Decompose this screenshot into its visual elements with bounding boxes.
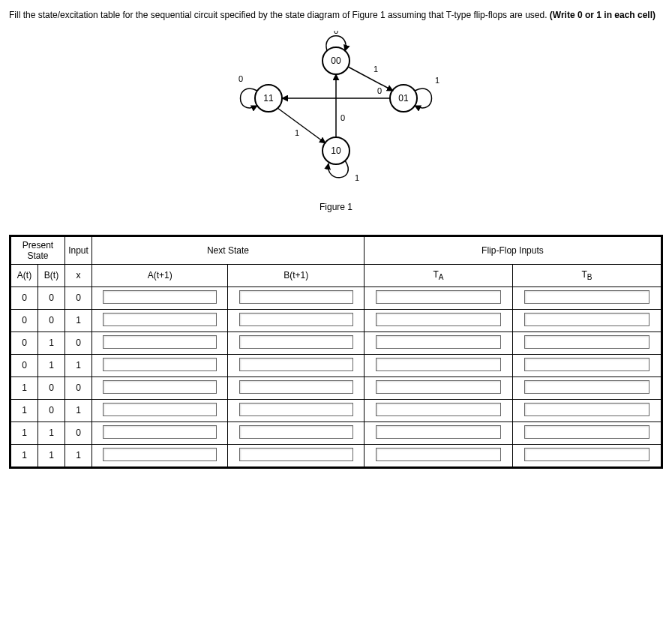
row-B: 0: [38, 309, 65, 332]
edge-01-self-label: 1: [435, 76, 440, 85]
input-TA-row2[interactable]: [376, 335, 500, 349]
state-diagram-container: 00 01 10 11 0 1 1 0 1: [9, 31, 663, 212]
edge-00-self-label: 0: [334, 31, 338, 35]
input-At1-row6[interactable]: [103, 425, 217, 439]
hdr-next-state: Next State: [92, 236, 364, 264]
input-At1-row2[interactable]: [103, 335, 217, 349]
excitation-table-wrapper: Present State Input Next State Flip-Flop…: [9, 235, 663, 469]
row-x: 0: [65, 332, 92, 354]
state-00-label: 00: [331, 56, 341, 66]
row-x: 1: [65, 399, 92, 422]
cell-At1: [92, 354, 228, 376]
cell-TA: [364, 332, 512, 354]
col-TB: TB: [512, 264, 661, 286]
input-At1-row1[interactable]: [103, 313, 217, 326]
input-TA-row3[interactable]: [376, 358, 500, 371]
cell-TB: [512, 332, 661, 354]
edge-11-10: [278, 108, 326, 143]
input-TB-row1[interactable]: [524, 313, 649, 326]
row-x: 1: [65, 309, 92, 332]
input-At1-row7[interactable]: [103, 448, 217, 461]
input-TB-row0[interactable]: [524, 290, 649, 304]
prompt-main: Fill the state/excitation table for the …: [9, 10, 550, 20]
input-At1-row3[interactable]: [103, 358, 217, 371]
edge-11-self-label: 0: [238, 74, 243, 83]
row-A: 0: [11, 332, 38, 354]
cell-At1: [92, 309, 228, 332]
excitation-table: Present State Input Next State Flip-Flop…: [10, 236, 662, 467]
input-TB-row2[interactable]: [524, 335, 649, 349]
input-TB-row6[interactable]: [524, 425, 649, 439]
row-B: 1: [38, 444, 65, 466]
cell-TB: [512, 309, 661, 332]
input-At1-row5[interactable]: [103, 403, 217, 416]
cell-TB: [512, 399, 661, 422]
input-Bt1-row2[interactable]: [239, 335, 353, 349]
question-prompt: Fill the state/excitation table for the …: [9, 9, 663, 22]
cell-At1: [92, 286, 228, 309]
row-A: 1: [11, 399, 38, 422]
row-x: 0: [65, 376, 92, 399]
input-TB-row3[interactable]: [524, 358, 649, 371]
input-TA-row7[interactable]: [376, 448, 500, 461]
cell-TA: [364, 399, 512, 422]
edge-10-self-label: 1: [355, 173, 359, 182]
cell-At1: [92, 376, 228, 399]
row-x: 1: [65, 444, 92, 466]
table-row: 010: [11, 332, 662, 354]
hdr-ff-inputs: Flip-Flop Inputs: [364, 236, 661, 264]
cell-Bt1: [228, 332, 364, 354]
edge-00-01: [348, 67, 393, 91]
input-TB-row4[interactable]: [524, 380, 649, 394]
input-TA-row0[interactable]: [376, 290, 500, 304]
input-Bt1-row5[interactable]: [239, 403, 353, 416]
cell-TB: [512, 286, 661, 309]
col-TA: TA: [364, 264, 512, 286]
row-A: 1: [11, 376, 38, 399]
cell-At1: [92, 444, 228, 466]
col-Bt1: B(t+1): [228, 264, 364, 286]
cell-Bt1: [228, 286, 364, 309]
row-B: 0: [38, 286, 65, 309]
input-Bt1-row0[interactable]: [239, 290, 353, 304]
cell-TB: [512, 376, 661, 399]
col-At1: A(t+1): [92, 264, 228, 286]
row-x: 0: [65, 422, 92, 444]
input-At1-row0[interactable]: [103, 290, 217, 304]
input-Bt1-row1[interactable]: [239, 313, 353, 326]
input-TB-row5[interactable]: [524, 403, 649, 416]
col-x: x: [65, 264, 92, 286]
prompt-hint: (Write 0 or 1 in each cell): [550, 10, 656, 20]
cell-TB: [512, 444, 661, 466]
cell-TA: [364, 376, 512, 399]
edge-01-11-label: 0: [377, 86, 382, 95]
input-Bt1-row6[interactable]: [239, 425, 353, 439]
figure-caption: Figure 1: [320, 202, 352, 212]
input-TB-row7[interactable]: [524, 448, 649, 461]
row-B: 1: [38, 354, 65, 376]
input-TA-row6[interactable]: [376, 425, 500, 439]
table-row: 011: [11, 354, 662, 376]
input-Bt1-row7[interactable]: [239, 448, 353, 461]
cell-TA: [364, 422, 512, 444]
row-x: 0: [65, 286, 92, 309]
table-row: 101: [11, 399, 662, 422]
cell-TA: [364, 286, 512, 309]
input-TA-row5[interactable]: [376, 403, 500, 416]
input-TA-row4[interactable]: [376, 380, 500, 394]
hdr-input: Input: [65, 236, 92, 264]
input-Bt1-row3[interactable]: [239, 358, 353, 371]
input-At1-row4[interactable]: [103, 380, 217, 394]
table-row: 110: [11, 422, 662, 444]
table-row: 001: [11, 309, 662, 332]
row-B: 1: [38, 332, 65, 354]
row-A: 1: [11, 422, 38, 444]
input-Bt1-row4[interactable]: [239, 380, 353, 394]
cell-TA: [364, 444, 512, 466]
col-Bt: B(t): [38, 264, 65, 286]
input-TA-row1[interactable]: [376, 313, 500, 326]
cell-TA: [364, 309, 512, 332]
cell-Bt1: [228, 444, 364, 466]
edge-11-10-label: 1: [295, 128, 299, 137]
table-row: 100: [11, 376, 662, 399]
